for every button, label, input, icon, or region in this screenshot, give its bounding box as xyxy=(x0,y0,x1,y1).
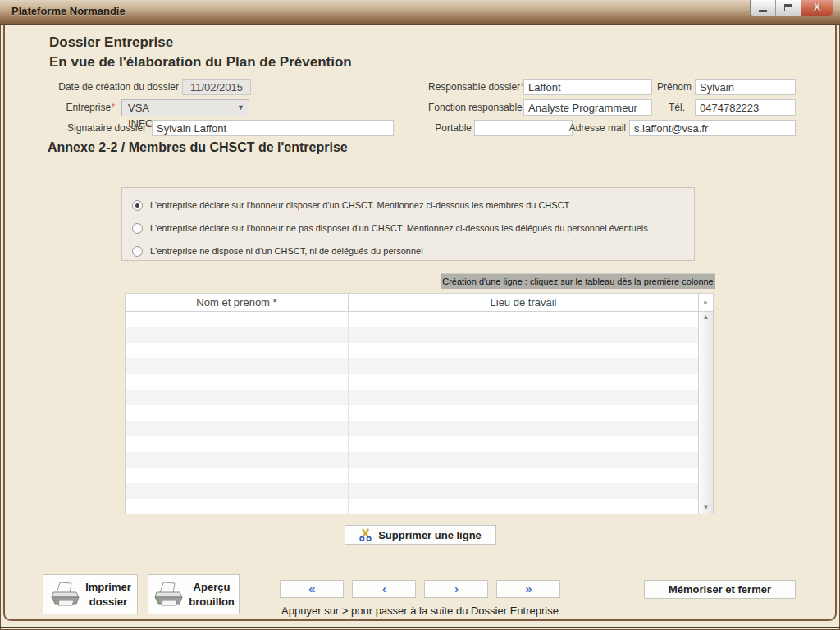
page-subtitle: En vue de l'élaboration du Plan de Préve… xyxy=(49,54,352,71)
responsable-label: Responsable dossier* xyxy=(428,79,520,95)
nav-next-button[interactable]: › xyxy=(424,580,488,598)
table-row[interactable] xyxy=(126,452,698,468)
prenom-field[interactable] xyxy=(695,79,796,95)
date-creation-field[interactable] xyxy=(182,79,251,95)
cell-nom[interactable] xyxy=(126,499,349,514)
restore-icon xyxy=(784,4,792,11)
table-row[interactable] xyxy=(126,436,698,452)
scroll-up-icon[interactable]: ▲ xyxy=(703,314,710,321)
cell-nom[interactable] xyxy=(126,468,349,483)
cell-lieu[interactable] xyxy=(349,312,698,327)
chevron-double-left-icon: « xyxy=(308,582,314,596)
cell-lieu[interactable] xyxy=(349,374,698,390)
radio-button-icon[interactable] xyxy=(132,200,143,211)
cell-nom[interactable] xyxy=(126,421,349,436)
table-row[interactable] xyxy=(126,358,698,374)
cell-nom[interactable] xyxy=(126,374,349,390)
minimize-icon xyxy=(759,10,767,12)
close-button[interactable]: X xyxy=(801,0,833,16)
cell-nom[interactable] xyxy=(126,405,349,421)
cell-lieu[interactable] xyxy=(349,390,698,405)
cell-nom[interactable] xyxy=(126,483,349,499)
printer-icon xyxy=(49,581,80,609)
nav-first-button[interactable]: « xyxy=(280,580,344,598)
table-row[interactable] xyxy=(126,327,698,343)
cell-nom[interactable] xyxy=(126,343,349,358)
radio-option[interactable]: L'entreprise déclare sur l'honneur dispo… xyxy=(132,194,694,217)
date-creation-label: Date de création du dossier xyxy=(49,79,179,95)
cell-lieu[interactable] xyxy=(349,499,698,514)
annexe-title: Annexe 2-2 / Membres du CHSCT de l'entre… xyxy=(48,140,348,155)
cell-lieu[interactable] xyxy=(349,343,698,358)
radio-button-icon[interactable] xyxy=(132,223,143,234)
portable-label: Portable xyxy=(410,120,472,136)
print-dossier-label-2: dossier xyxy=(89,595,127,609)
tel-field[interactable] xyxy=(695,99,796,116)
printer-icon xyxy=(153,581,184,609)
cell-lieu[interactable] xyxy=(349,468,698,483)
entreprise-label: Entreprise* xyxy=(49,99,115,116)
table-row[interactable] xyxy=(126,390,698,405)
apercu-brouillon-label-1: Aperçu xyxy=(194,580,231,595)
table-row[interactable] xyxy=(126,343,698,358)
cell-lieu[interactable] xyxy=(349,436,698,452)
delete-row-button[interactable]: Supprimer une ligne xyxy=(345,525,496,545)
table-scrollbar[interactable]: ▲ ▼ xyxy=(698,312,713,514)
cell-nom[interactable] xyxy=(126,436,349,452)
cell-nom[interactable] xyxy=(126,312,349,327)
table-row[interactable] xyxy=(126,421,698,436)
dropdown-arrow-icon: ▼ xyxy=(237,100,244,116)
print-dossier-button[interactable]: Imprimer dossier xyxy=(43,574,138,614)
signataire-label: Signataire dossier* xyxy=(49,120,150,136)
table-row[interactable] xyxy=(126,312,698,327)
tel-label: Tél. xyxy=(623,99,685,116)
radio-button-icon[interactable] xyxy=(132,246,143,257)
cell-nom[interactable] xyxy=(126,327,349,343)
window-controls: X xyxy=(750,0,833,16)
table-row[interactable] xyxy=(126,483,698,499)
close-icon: X xyxy=(814,0,820,16)
chevron-double-right-icon: » xyxy=(525,582,531,596)
cell-lieu[interactable] xyxy=(349,405,698,421)
table-row[interactable] xyxy=(126,405,698,421)
cell-nom[interactable] xyxy=(126,452,349,468)
column-header-nom[interactable]: Nom et prénom * xyxy=(126,294,349,311)
scroll-down-icon[interactable]: ▼ xyxy=(703,504,710,511)
restore-button[interactable] xyxy=(776,0,801,16)
table-row[interactable] xyxy=(126,374,698,390)
cell-lieu[interactable] xyxy=(349,421,698,436)
minimize-button[interactable] xyxy=(751,0,776,16)
email-label: Adresse mail xyxy=(558,120,626,136)
fonction-label: Fonction responsable* xyxy=(428,99,520,116)
scissors-icon xyxy=(359,528,372,541)
radio-option-label: L'entreprise déclare sur l'honneur ne pa… xyxy=(150,223,648,233)
radio-option[interactable]: L'entreprise déclare sur l'honneur ne pa… xyxy=(132,217,694,240)
radio-option[interactable]: L'entreprise ne dispose ni d'un CHSCT, n… xyxy=(132,240,694,262)
chsct-radio-group: L'entreprise déclare sur l'honneur dispo… xyxy=(121,187,695,261)
members-table[interactable]: Nom et prénom * Lieu de travail ▸ ▲ ▼ xyxy=(125,293,714,514)
radio-option-label: L'entreprise déclare sur l'honneur dispo… xyxy=(150,200,569,210)
cell-lieu[interactable] xyxy=(349,358,698,374)
cell-lieu[interactable] xyxy=(349,327,698,343)
table-body[interactable] xyxy=(126,312,698,514)
column-header-lieu[interactable]: Lieu de travail xyxy=(349,294,698,311)
table-create-hint: Création d'une ligne : cliquez sur le ta… xyxy=(441,273,715,289)
save-close-button[interactable]: Mémoriser et fermer xyxy=(644,580,796,599)
table-row[interactable] xyxy=(126,499,698,514)
table-row[interactable] xyxy=(126,468,698,483)
chevron-right-icon: › xyxy=(454,582,458,596)
app-window: Plateforme Normandie X Dossier Entrepris… xyxy=(0,0,840,630)
email-field[interactable] xyxy=(629,120,796,136)
signataire-field[interactable] xyxy=(152,120,394,136)
cell-lieu[interactable] xyxy=(349,483,698,499)
table-header: Nom et prénom * Lieu de travail ▸ xyxy=(126,294,713,312)
cell-nom[interactable] xyxy=(126,358,349,374)
nav-last-button[interactable]: » xyxy=(496,580,560,598)
entreprise-dropdown[interactable]: VSA INFORMATIQUES ▼ xyxy=(121,99,249,116)
nav-previous-button[interactable]: ‹ xyxy=(352,580,416,598)
nav-hint-text: Appuyer sur > pour passer à la suite du … xyxy=(215,605,625,617)
prenom-label: Prénom xyxy=(623,79,692,95)
window-title: Plateforme Normandie xyxy=(11,0,126,23)
cell-lieu[interactable] xyxy=(349,452,698,468)
cell-nom[interactable] xyxy=(126,390,349,405)
